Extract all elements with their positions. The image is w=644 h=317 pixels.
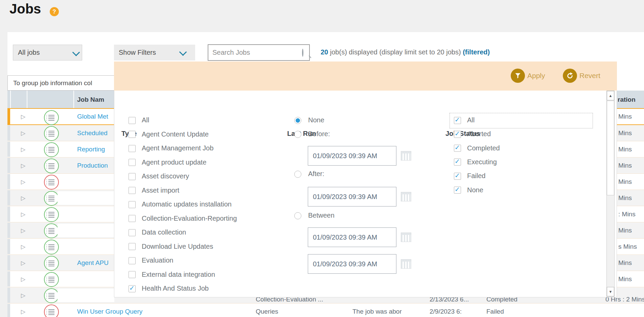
datetime-input-between-end[interactable] bbox=[308, 254, 396, 274]
type-checkbox-external-data-integration[interactable]: ✓ bbox=[129, 271, 136, 278]
column-divider bbox=[73, 91, 74, 109]
list-line bbox=[48, 295, 54, 295]
expand-arrow-icon[interactable]: ▷ bbox=[21, 303, 25, 317]
datetime-input-before[interactable] bbox=[308, 146, 396, 166]
type-checkbox-evaluation[interactable]: ✓ bbox=[129, 257, 136, 264]
list-line bbox=[48, 277, 54, 277]
apply-button[interactable]: Apply bbox=[511, 69, 545, 83]
expand-arrow-icon[interactable]: ▷ bbox=[21, 109, 25, 124]
type-option-label: Collection-Evaluation-Reporting bbox=[142, 215, 237, 222]
list-line bbox=[48, 262, 54, 263]
type-option-label: Asset discovery bbox=[142, 172, 189, 180]
type-checkbox-asset-import[interactable]: ✓ bbox=[129, 187, 136, 194]
type-checkbox-automatic-updates-installation[interactable]: ✓ bbox=[129, 201, 136, 208]
scroll-down-icon[interactable]: ▼ bbox=[607, 287, 614, 296]
job-duration-cell: Mins bbox=[618, 222, 632, 238]
scroll-up-icon[interactable]: ▲ bbox=[607, 91, 614, 100]
column-header-job-name[interactable]: Job Nam bbox=[77, 91, 104, 109]
list-line bbox=[48, 264, 54, 265]
job-count-status: 20 job(s) displayed (display limit set t… bbox=[321, 48, 490, 56]
help-icon[interactable]: ? bbox=[50, 7, 59, 16]
job-type-icon bbox=[44, 110, 59, 125]
expand-arrow-icon[interactable]: ▷ bbox=[21, 190, 25, 206]
expand-arrow-icon[interactable]: ▷ bbox=[21, 287, 25, 303]
show-filters-dropdown[interactable]: Show Filters bbox=[114, 45, 195, 60]
type-option-label: Health And Status Job bbox=[142, 285, 209, 292]
jobs-page: Jobs ? All jobs Show Filters 20 job(s) d… bbox=[0, 0, 644, 317]
list-line bbox=[48, 244, 54, 245]
search-input[interactable] bbox=[208, 49, 302, 56]
calendar-icon[interactable] bbox=[401, 259, 411, 269]
expand-arrow-icon[interactable]: ▷ bbox=[21, 255, 25, 271]
expand-arrow-icon[interactable]: ▷ bbox=[21, 206, 25, 222]
last-run-radio-after[interactable] bbox=[294, 171, 301, 178]
job-duration-cell: : Mins bbox=[618, 206, 636, 222]
row-select-strip bbox=[7, 271, 10, 287]
list-line bbox=[48, 309, 54, 310]
filter-panel: Apply Revert Type Last Run Job Status ✓A… bbox=[114, 62, 617, 297]
job-name-link[interactable]: Reporting bbox=[77, 141, 105, 157]
type-checkbox-agent-product-update[interactable]: ✓ bbox=[129, 159, 136, 166]
expand-arrow-icon[interactable]: ▷ bbox=[21, 271, 25, 287]
list-line bbox=[48, 117, 54, 117]
search-icon[interactable] bbox=[302, 49, 303, 57]
list-line bbox=[48, 120, 54, 121]
job-scope-dropdown[interactable]: All jobs bbox=[13, 45, 82, 60]
status-checkbox-executing[interactable]: ✓ bbox=[454, 158, 461, 166]
job-name-link[interactable]: Scheduled bbox=[77, 125, 108, 141]
job-name-link[interactable]: Win User Group Query bbox=[77, 303, 142, 317]
datetime-input-between-start[interactable] bbox=[308, 227, 396, 247]
expand-arrow-icon[interactable]: ▷ bbox=[21, 174, 25, 190]
job-name-link[interactable]: Agent APU bbox=[77, 255, 109, 271]
status-checkbox-completed[interactable]: ✓ bbox=[454, 145, 461, 152]
row-select-strip bbox=[7, 304, 10, 317]
type-checkbox-asset-discovery[interactable]: ✓ bbox=[129, 173, 136, 180]
type-checkbox-health-and-status-job[interactable]: ✓ bbox=[129, 285, 136, 292]
calendar-icon[interactable] bbox=[401, 151, 411, 161]
expand-arrow-icon[interactable]: ▷ bbox=[21, 157, 25, 173]
panel-scrollbar[interactable]: ▲ ▼ bbox=[606, 91, 615, 297]
job-duration-cell: Mins bbox=[618, 255, 632, 271]
check-icon: ✓ bbox=[455, 172, 460, 179]
row-select-strip bbox=[7, 206, 10, 222]
type-checkbox-download-live-updates[interactable]: ✓ bbox=[129, 243, 136, 250]
type-checkbox-all[interactable]: ✓ bbox=[129, 117, 136, 124]
expand-arrow-icon[interactable]: ▷ bbox=[21, 222, 25, 238]
job-name-link[interactable]: Global Met bbox=[77, 109, 108, 124]
calendar-icon[interactable] bbox=[401, 192, 411, 201]
last-run-option-label: None bbox=[308, 116, 324, 124]
type-option-label: Evaluation bbox=[142, 257, 173, 264]
calendar-icon[interactable] bbox=[401, 233, 411, 242]
type-checkbox-agent-management-job[interactable]: ✓ bbox=[129, 145, 136, 152]
datetime-input-after[interactable] bbox=[308, 187, 396, 206]
type-checkbox-collection-evaluation-reporting[interactable]: ✓ bbox=[129, 215, 136, 222]
filtered-flag[interactable]: (filtered) bbox=[463, 48, 490, 56]
job-name-link[interactable]: Production bbox=[77, 157, 108, 173]
status-checkbox-aborted[interactable]: ✓ bbox=[454, 131, 461, 138]
last-run-radio-none[interactable] bbox=[294, 117, 301, 124]
status-checkbox-all[interactable]: ✓ bbox=[454, 117, 461, 124]
job-duration-cell: Mins bbox=[618, 141, 632, 157]
status-option-label: Aborted bbox=[467, 130, 491, 138]
last-run-radio-before[interactable] bbox=[294, 131, 301, 138]
type-checkbox-agent-content-update[interactable]: ✓ bbox=[129, 131, 136, 138]
job-type-icon bbox=[44, 304, 59, 317]
search-box bbox=[208, 44, 310, 61]
list-line bbox=[48, 147, 54, 148]
apply-label: Apply bbox=[527, 72, 545, 80]
job-type-icon bbox=[44, 223, 59, 238]
status-checkbox-none[interactable]: ✓ bbox=[454, 187, 461, 194]
revert-button[interactable]: Revert bbox=[563, 69, 600, 83]
scrollbar-thumb[interactable] bbox=[607, 101, 614, 195]
status-checkbox-failed[interactable]: ✓ bbox=[454, 173, 461, 180]
expand-arrow-icon[interactable]: ▷ bbox=[21, 239, 25, 254]
expand-arrow-icon[interactable]: ▷ bbox=[21, 141, 25, 157]
last-run-radio-between[interactable] bbox=[294, 212, 301, 219]
expand-arrow-icon[interactable]: ▷ bbox=[21, 125, 25, 141]
column-header-duration[interactable]: ration bbox=[618, 91, 636, 109]
table-row[interactable]: ▷Win User Group QueryQueriesThe job was … bbox=[7, 303, 644, 317]
list-line bbox=[48, 246, 54, 247]
job-type-icon bbox=[44, 191, 59, 206]
type-checkbox-data-collection[interactable]: ✓ bbox=[129, 229, 136, 236]
name-cell-highlight bbox=[58, 224, 114, 237]
